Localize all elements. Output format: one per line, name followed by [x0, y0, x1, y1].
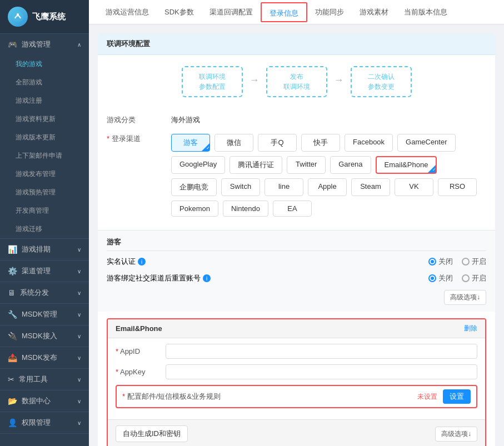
tab-version-info[interactable]: 当前版本信息 — [396, 0, 455, 24]
svg-point-1 — [17, 13, 19, 16]
channel-btn-facebook[interactable]: Facebook — [345, 134, 393, 152]
sidebar-section-header-msdk-access[interactable]: 🔌 MSDK接入 ∨ — [0, 325, 89, 347]
sidebar-section-data-center: 📂 数据中心 ∨ — [0, 390, 89, 412]
channel-btn-qilin[interactable]: 企鹏电竞 — [171, 178, 217, 196]
bind-social-radio-off[interactable]: 关闭 — [428, 273, 453, 283]
tab-game-info[interactable]: 游戏运营信息 — [98, 0, 157, 24]
real-name-off-label: 关闭 — [438, 257, 453, 267]
channel-btn-gamecenter[interactable]: GameCenter — [397, 134, 455, 152]
channel-btn-ea[interactable]: EA — [273, 201, 312, 217]
channel-btn-tourist[interactable]: 游客 — [171, 134, 210, 152]
real-name-radio-group: 关闭 开启 — [428, 257, 486, 267]
chevron-up-icon: ∧ — [77, 42, 81, 48]
sidebar-item-game-version-update[interactable]: 游戏版本更新 — [0, 128, 89, 147]
chevron-down-icon-msdk-publish: ∨ — [77, 355, 81, 361]
sidebar-submenu-game-management: 我的游戏 全部游戏 游戏注册 游戏资料更新 游戏版本更新 上下架邮件申请 游戏发… — [0, 55, 89, 238]
tab-channel-config[interactable]: 渠道回调配置 — [202, 0, 261, 24]
sidebar-section-header-msdk-manage[interactable]: 🔧 MSDK管理 ∨ — [0, 304, 89, 325]
sidebar-section-header-msdk-publish[interactable]: 📤 MSDK发布 ∨ — [0, 347, 89, 368]
channel-btn-googleplay[interactable]: GooglePlay — [171, 156, 225, 174]
channel-btn-nintendo[interactable]: Nintendo — [223, 201, 268, 217]
config-set-btn[interactable]: 设置 — [443, 389, 471, 404]
appkey-row: AppKey — [116, 364, 477, 379]
channel-btn-apple[interactable]: Apple — [308, 178, 347, 196]
bind-social-row: 游客绑定社交渠道后重置账号 i 关闭 开启 — [107, 273, 486, 283]
channel-btn-rso[interactable]: RSO — [438, 178, 477, 196]
tab-game-assets[interactable]: 游戏素材 — [352, 0, 396, 24]
channel-btn-garena[interactable]: Garena — [330, 156, 371, 174]
channel-btn-steam[interactable]: Steam — [351, 178, 390, 196]
step-2-line1: 发布 — [281, 72, 313, 82]
channel-btn-kuaishou[interactable]: 快手 — [301, 134, 340, 152]
chevron-down-icon-distribute: ∨ — [77, 290, 81, 296]
sidebar-section-label-game-ranking: 游戏排期 — [22, 244, 51, 254]
bind-social-info-icon[interactable]: i — [203, 274, 211, 282]
sidebar-section-header-game-ranking[interactable]: 📊 游戏排期 ∨ — [0, 239, 89, 260]
channel-btn-twitter[interactable]: Twitter — [287, 156, 326, 174]
appkey-input[interactable] — [166, 364, 477, 379]
chevron-down-icon-msdk-access: ∨ — [77, 333, 81, 339]
step-3-line2: 参数变更 — [365, 82, 397, 92]
auto-gen-btn[interactable]: 自动生成ID和密钥 — [116, 425, 188, 442]
bind-social-circle-on — [462, 274, 470, 282]
channel-btn-shouq[interactable]: 手Q — [258, 134, 297, 152]
chevron-down-icon-common-tools: ∨ — [77, 377, 81, 383]
channel-btn-tencentpass[interactable]: 腾讯通行证 — [229, 156, 282, 174]
channel-btn-vk[interactable]: VK — [395, 178, 433, 196]
sidebar-section-label-msdk-access: MSDK接入 — [22, 331, 57, 341]
real-name-radio-off[interactable]: 关闭 — [428, 257, 453, 267]
channel-label-email-phone: Email&Phone — [385, 161, 428, 169]
form-section: 游戏分类 海外游戏 登录渠道 游客 微信 手Q 快手 Facebook — [98, 108, 495, 230]
content-area: 联调环境配置 联调环境 参数配置 → 发布 联调环境 → — [89, 24, 504, 446]
sidebar-item-my-games[interactable]: 我的游戏 — [0, 55, 89, 73]
channel-btn-pokemon[interactable]: Pokemon — [171, 201, 218, 217]
sidebar-section-header-permission-manage[interactable]: 👤 权限管理 ∨ — [0, 412, 89, 433]
sidebar-section-header-sys-distribute[interactable]: 🖥 系统分发 ∨ — [0, 282, 89, 303]
sidebar-item-developer-manage[interactable]: 开发商管理 — [0, 202, 89, 220]
sidebar-section-msdk-publish: 📤 MSDK发布 ∨ — [0, 347, 89, 369]
tab-function-sync[interactable]: 功能同步 — [307, 0, 352, 24]
real-name-info-icon[interactable]: i — [138, 258, 146, 265]
sidebar-item-game-migrate[interactable]: 游戏迁移 — [0, 220, 89, 238]
sidebar-item-shelf-apply[interactable]: 上下架邮件申请 — [0, 147, 89, 165]
ep-card-body: AppID AppKey 配置邮件/短信模板&业务规则 未设置 设置 — [108, 338, 485, 419]
tourist-advanced-btn[interactable]: 高级选项↓ — [444, 290, 486, 305]
real-name-label-group: 实名认证 i — [107, 257, 146, 267]
tab-login-info[interactable]: 登录信息 — [261, 2, 307, 22]
sidebar-section-header-game-management[interactable]: 🎮 游戏管理 ∧ — [0, 34, 89, 55]
sidebar-section-game-management: 🎮 游戏管理 ∧ 我的游戏 全部游戏 游戏注册 游戏资料更新 游戏版本更新 上下… — [0, 34, 89, 239]
bind-social-radio-on[interactable]: 开启 — [462, 273, 486, 283]
chevron-down-icon-ranking: ∨ — [77, 247, 81, 253]
channel-btn-switch[interactable]: Switch — [221, 178, 260, 196]
channel-icon: ⚙️ — [8, 267, 17, 275]
ep-card: Email&Phone 删除 AppID AppKey — [107, 318, 486, 446]
tourist-subsection-title: 游客 — [107, 237, 486, 251]
game-category-value: 海外游戏 — [171, 115, 200, 125]
sidebar-item-game-register[interactable]: 游戏注册 — [0, 92, 89, 110]
ep-delete-btn[interactable]: 删除 — [464, 324, 477, 333]
channel-btn-email-phone[interactable]: Email&Phone — [376, 156, 437, 174]
real-name-radio-on[interactable]: 开启 — [462, 257, 486, 267]
sidebar-section-label-common-tools: 常用工具 — [19, 374, 48, 384]
sidebar-item-game-preheat[interactable]: 游戏预热管理 — [0, 183, 89, 202]
sidebar-item-all-games[interactable]: 全部游戏 — [0, 73, 89, 92]
appid-input[interactable] — [166, 344, 477, 359]
step-1: 联调环境 参数配置 — [182, 66, 243, 97]
channel-btn-weixin[interactable]: 微信 — [214, 134, 253, 152]
tab-sdk-params[interactable]: SDK参数 — [157, 0, 202, 24]
sidebar-section-header-common-tools[interactable]: ✂ 常用工具 ∨ — [0, 369, 89, 390]
sidebar-section-header-channel-manage[interactable]: ⚙️ 渠道管理 ∨ — [0, 260, 89, 282]
step-3: 二次确认 参数变更 — [351, 66, 412, 97]
ep-advanced-btn[interactable]: 高级选项↓ — [435, 427, 477, 442]
appkey-label: AppKey — [116, 368, 166, 376]
sidebar-item-game-info-update[interactable]: 游戏资料更新 — [0, 110, 89, 128]
sidebar-section-header-data-center[interactable]: 📂 数据中心 ∨ — [0, 390, 89, 412]
appid-label: AppID — [116, 347, 166, 355]
sidebar-section-channel-manage: ⚙️ 渠道管理 ∨ — [0, 260, 89, 282]
sidebar-section-msdk-access: 🔌 MSDK接入 ∨ — [0, 325, 89, 347]
chevron-down-icon-msdk-manage: ∨ — [77, 312, 81, 318]
sidebar-item-game-publish[interactable]: 游戏发布管理 — [0, 165, 89, 183]
channel-btn-line[interactable]: line — [265, 178, 303, 196]
sidebar-header: 飞鹰系统 — [0, 0, 89, 34]
step-3-box: 二次确认 参数变更 — [351, 66, 412, 97]
